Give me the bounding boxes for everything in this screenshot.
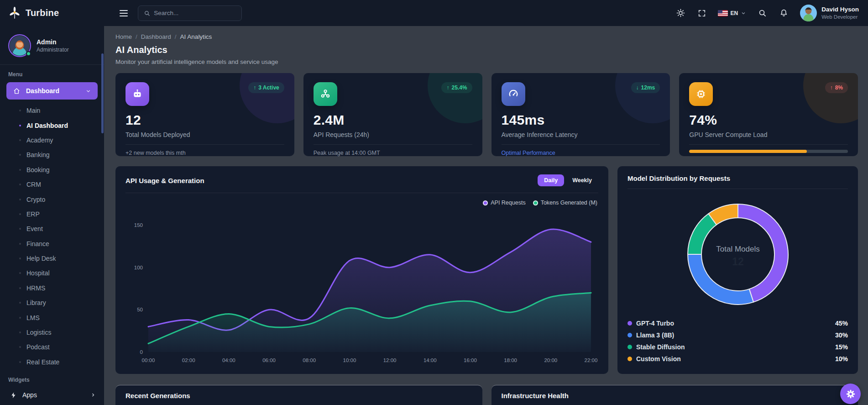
toggle-daily[interactable]: Daily [538, 174, 564, 186]
sidebar-item-real-estate[interactable]: Real Estate [0, 355, 104, 369]
infrastructure-health-card: Infrastructure Health [492, 385, 858, 405]
legend-label: API Requests [491, 200, 525, 206]
sidebar-item-label: Crypto [26, 196, 45, 203]
sidebar-item-dashboard[interactable]: Dashboard [6, 82, 98, 100]
sidebar-item-finance[interactable]: Finance [0, 237, 104, 251]
theme-toggle-sun-icon[interactable] [675, 8, 686, 18]
bullet-dot-icon [19, 169, 21, 171]
donut-center-label: Total Models [716, 245, 759, 253]
sidebar-item-podcast[interactable]: Podcast [0, 340, 104, 354]
stat-icon-tile [502, 82, 525, 106]
breadcrumb-dashboard[interactable]: Dashboard [141, 33, 171, 40]
language-selector[interactable]: EN [718, 10, 747, 16]
gpu-load-progressbar [689, 150, 848, 153]
donut-segment-stable-diffusion[interactable] [688, 214, 716, 254]
bullet-dot-icon [19, 228, 21, 230]
bullet-dot-icon [19, 213, 21, 215]
bullet-dot-icon [19, 258, 21, 259]
sidebar-item-logistics[interactable]: Logistics [0, 325, 104, 340]
search-icon [144, 10, 150, 17]
sidebar-item-crm[interactable]: CRM [0, 177, 104, 192]
sidebar-item-hrms[interactable]: HRMS [0, 281, 104, 295]
breadcrumb-home[interactable]: Home [115, 33, 132, 40]
model-distribution-title: Model Distribution by Requests [627, 174, 730, 182]
navbar-search-icon[interactable] [757, 8, 768, 18]
sidebar-item-main[interactable]: Main [0, 103, 104, 118]
donut-legend-row[interactable]: Stable Diffusion15% [627, 341, 848, 353]
sidebar-item-label: Finance [26, 240, 49, 247]
sidebar-item-help-desk[interactable]: Help Desk [0, 251, 104, 266]
sidebar-item-library[interactable]: Library [0, 295, 104, 310]
search-input[interactable] [154, 10, 236, 16]
sidebar-item-hospital[interactable]: Hospital [0, 266, 104, 280]
donut-legend-row[interactable]: Custom Vision10% [627, 353, 848, 365]
bullet-dot-icon [19, 154, 21, 156]
gear-icon [846, 389, 856, 399]
stat-badge: ↑3 Active [248, 82, 284, 93]
sidebar-item-label: Real Estate [26, 358, 59, 366]
stat-badge: ↑8% [825, 82, 848, 93]
sidebar-scrollbar[interactable] [101, 53, 104, 403]
x-axis-tick: 22:00 [585, 358, 598, 363]
arrow-up-icon: ↑ [253, 84, 256, 91]
user-menu[interactable]: David Hyson Web Developer [800, 5, 859, 21]
bullet-dot-icon [19, 184, 21, 185]
sidebar-item-booking[interactable]: Booking [0, 163, 104, 177]
sidebar-item-lms[interactable]: LMS [0, 310, 104, 325]
chip-icon [695, 88, 707, 100]
toggle-weekly[interactable]: Weekly [566, 174, 598, 186]
sidebar-item-label: AI Dashboard [26, 122, 68, 129]
sidebar-item-banking[interactable]: Banking [0, 147, 104, 162]
range-toggle: DailyWeekly [538, 174, 598, 186]
fullscreen-icon[interactable] [697, 8, 707, 18]
stat-footer: +2 new models this mth [125, 150, 284, 156]
sidebar-item-label: Booking [26, 166, 50, 174]
profile-role: Administrator [37, 47, 69, 53]
stat-icon-tile [689, 82, 713, 106]
x-axis-tick: 14:00 [424, 358, 437, 363]
stat-badge: ↓12ms [631, 82, 660, 93]
sidebar-item-label: Library [26, 299, 46, 306]
sidebar-item-crypto[interactable]: Crypto [0, 192, 104, 206]
sidebar-item-event[interactable]: Event [0, 221, 104, 236]
stat-divider [125, 144, 284, 145]
donut-chart: Total Models12 [627, 194, 848, 315]
bullet-dot-icon [19, 199, 21, 200]
turbine-logo-icon [8, 7, 21, 20]
notifications-bell-icon[interactable] [779, 8, 789, 18]
sidebar-item-erp[interactable]: ERP [0, 207, 104, 221]
api-usage-title: API Usage & Generation [125, 177, 204, 184]
donut-legend-row[interactable]: GPT-4 Turbo45% [627, 317, 848, 329]
stat-label: GPU Server Compute Load [689, 131, 848, 138]
x-axis-tick: 00:00 [142, 358, 155, 363]
stat-divider [314, 144, 472, 145]
legend-label: Llama 3 (8B) [636, 331, 831, 339]
sidebar: Admin Administrator Menu Dashboard MainA… [0, 26, 104, 405]
legend-label: Stable Diffusion [636, 343, 831, 351]
dashboard-submenu: MainAI DashboardAcademyBankingBookingCRM… [0, 103, 104, 369]
legend-item[interactable]: API Requests [483, 200, 525, 206]
sidebar-item-ai-dashboard[interactable]: AI Dashboard [0, 118, 104, 132]
legend-label: Tokens Generated (M) [541, 200, 597, 206]
sidebar-item-apps[interactable]: Apps [0, 387, 104, 403]
y-axis-tick: 0 [140, 349, 143, 355]
sidebar-profile[interactable]: Admin Administrator [0, 34, 104, 64]
hamburger-menu-icon[interactable] [117, 7, 131, 19]
stat-icon-tile [314, 82, 337, 106]
legend-item[interactable]: Tokens Generated (M) [533, 200, 597, 206]
donut-legend-row[interactable]: Llama 3 (8B)30% [627, 329, 848, 341]
settings-fab[interactable] [840, 384, 861, 404]
infrastructure-health-title: Infrastructure Health [502, 392, 569, 400]
page-title: AI Analytics [115, 45, 858, 55]
legend-value: 30% [835, 331, 848, 339]
sidebar-item-academy[interactable]: Academy [0, 133, 104, 147]
online-status-dot [26, 51, 31, 56]
progress-track [689, 150, 848, 153]
x-axis-tick: 16:00 [464, 358, 477, 363]
stat-label: API Requests (24h) [314, 131, 472, 138]
sidebar-item-label: LMS [26, 314, 40, 321]
stat-footer[interactable]: Optimal Performance [502, 150, 660, 156]
legend-label: Custom Vision [636, 355, 831, 363]
stat-footer: Peak usage at 14:00 GMT [314, 150, 472, 156]
stat-card: ↓12ms 145ms Average Inference Latency Op… [492, 73, 670, 156]
